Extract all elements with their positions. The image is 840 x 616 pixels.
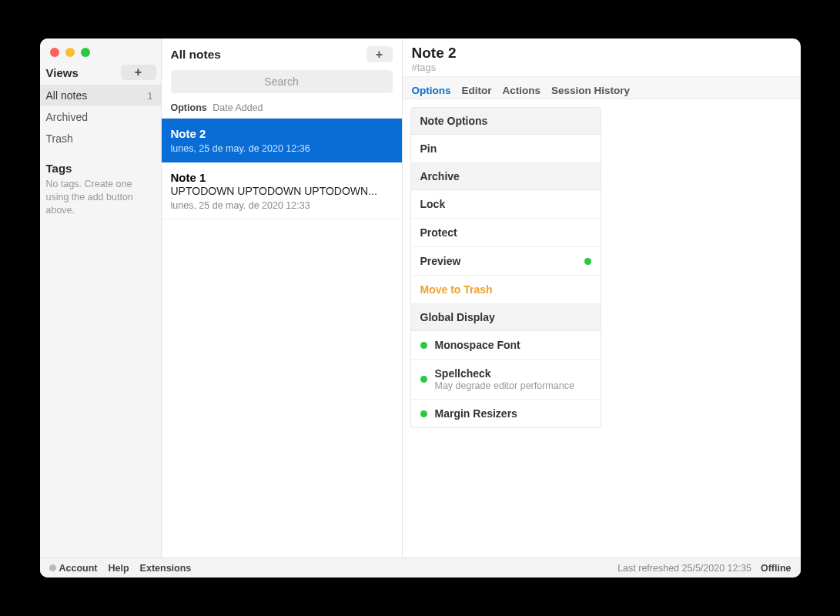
option-margin-resizers[interactable]: Margin Resizers — [411, 400, 601, 427]
detail-column: Note 2 #tags Options Editor Actions Sess… — [403, 38, 801, 557]
note-preview: UPTODOWN UPTODOWN UPTODOWN... — [171, 185, 393, 197]
option-label: Margin Resizers — [435, 407, 517, 420]
views-title: Views — [46, 66, 79, 79]
sidebar-item-label: All notes — [46, 89, 88, 102]
option-label: Move to Trash — [420, 283, 493, 296]
sidebar: Views + All notes 1 Archived Trash Tags … — [40, 38, 162, 557]
option-lock[interactable]: Lock — [411, 190, 601, 219]
sidebar-item-label: Archived — [46, 111, 88, 123]
note-date: lunes, 25 de may. de 2020 12:36 — [171, 143, 393, 154]
sidebar-item-count: 1 — [147, 90, 152, 102]
footer: Account Help Extensions Last refreshed 2… — [40, 557, 801, 578]
extensions-button[interactable]: Extensions — [140, 563, 192, 574]
close-window-icon[interactable] — [50, 48, 59, 57]
note-title: Note 1 — [171, 171, 393, 184]
sort-options-label: Options — [171, 102, 207, 113]
sort-mode: Date Added — [213, 102, 263, 113]
minimize-window-icon[interactable] — [65, 48, 75, 57]
notes-header: All notes + Search — [162, 38, 402, 99]
account-button[interactable]: Account — [49, 563, 98, 574]
option-label: Pin — [420, 142, 437, 155]
views-header: Views + — [40, 63, 161, 85]
status-dot-icon — [584, 258, 591, 265]
note-detail-title: Note 2 — [412, 45, 791, 62]
status-dot-icon — [49, 564, 56, 571]
note-list-item[interactable]: Note 2 lunes, 25 de may. de 2020 12:36 — [162, 119, 402, 162]
tab-editor[interactable]: Editor — [462, 85, 492, 96]
note-list-item[interactable]: Note 1 UPTODOWN UPTODOWN UPTODOWN... lun… — [162, 162, 402, 219]
option-preview[interactable]: Preview — [411, 247, 601, 276]
tags-empty-text: No tags. Create one using the add button… — [40, 176, 161, 217]
note-options-header: Note Options — [411, 108, 601, 135]
sidebar-item-archived[interactable]: Archived — [40, 106, 161, 128]
offline-status[interactable]: Offline — [761, 563, 791, 574]
main-area: Views + All notes 1 Archived Trash Tags … — [40, 38, 801, 557]
sidebar-item-label: Trash — [46, 132, 73, 145]
status-dot-icon — [420, 342, 427, 349]
option-move-to-trash[interactable]: Move to Trash — [411, 276, 601, 304]
notes-column: All notes + Search Options Date Added No… — [162, 38, 403, 557]
option-label: Monospace Font — [435, 339, 520, 351]
detail-tabs: Options Editor Actions Session History — [403, 76, 801, 99]
footer-label: Account — [59, 563, 98, 574]
option-label: Archive — [420, 170, 460, 182]
sort-row[interactable]: Options Date Added — [162, 99, 402, 119]
tab-session-history[interactable]: Session History — [551, 85, 630, 96]
status-dot-icon — [420, 410, 427, 417]
last-refreshed: Last refreshed 25/5/2020 12:35 — [617, 563, 751, 574]
detail-header: Note 2 #tags — [403, 38, 801, 76]
option-label: Lock — [420, 198, 446, 210]
status-dot-icon — [420, 376, 427, 383]
search-input[interactable]: Search — [171, 70, 393, 93]
options-panel-wrap: Note Options Pin Archive Lock Protect Pr… — [403, 99, 801, 428]
sidebar-item-trash[interactable]: Trash — [40, 128, 161, 149]
option-pin[interactable]: Pin — [411, 135, 601, 163]
add-view-button[interactable]: + — [121, 65, 156, 80]
note-title: Note 2 — [171, 127, 393, 140]
option-archive[interactable]: Archive — [411, 163, 601, 190]
tags-input[interactable]: #tags — [412, 62, 791, 73]
note-date: lunes, 25 de may. de 2020 12:33 — [171, 200, 393, 211]
option-protect[interactable]: Protect — [411, 219, 601, 247]
window-controls — [40, 38, 161, 63]
new-note-button[interactable]: + — [366, 46, 393, 62]
search-placeholder: Search — [264, 75, 298, 88]
sidebar-item-all-notes[interactable]: All notes 1 — [40, 85, 161, 106]
tab-actions[interactable]: Actions — [503, 85, 541, 96]
option-label: Protect — [420, 226, 457, 239]
global-display-header: Global Display — [411, 304, 601, 331]
option-monospace-font[interactable]: Monospace Font — [411, 331, 601, 360]
options-panel: Note Options Pin Archive Lock Protect Pr… — [410, 107, 601, 428]
option-label: Preview — [420, 255, 461, 267]
tags-heading: Tags — [40, 149, 161, 176]
notes-title: All notes — [171, 48, 221, 62]
tab-options[interactable]: Options — [412, 85, 451, 96]
option-sublabel: May degrade editor performance — [435, 380, 574, 391]
maximize-window-icon[interactable] — [81, 48, 90, 57]
option-spellcheck[interactable]: Spellcheck May degrade editor performanc… — [411, 360, 601, 400]
help-button[interactable]: Help — [109, 563, 129, 574]
option-label: Spellcheck — [435, 367, 574, 380]
app-window: Views + All notes 1 Archived Trash Tags … — [40, 38, 801, 578]
